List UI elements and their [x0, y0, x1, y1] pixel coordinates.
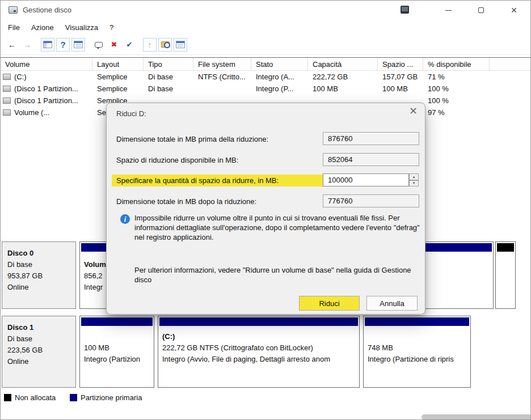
- column-header-stato[interactable]: Stato: [251, 58, 308, 70]
- cell-volume: (Disco 1 Partizion...: [14, 96, 78, 105]
- menu-azione[interactable]: Azione: [26, 21, 60, 34]
- partition-size: 100 MB: [84, 342, 154, 354]
- disk-size: 223,56 GB: [7, 345, 75, 356]
- partition-status: Integro (Partizione di ripris: [368, 354, 470, 365]
- info-icon: i: [120, 214, 130, 224]
- cell-capacita: 222,72 GB: [308, 73, 378, 81]
- minimize-icon: [445, 10, 452, 11]
- partition-status: Integro (Avvio, File di paging, Dettagli…: [162, 354, 359, 365]
- available-space-field: 852064: [323, 153, 419, 166]
- column-header-spazio[interactable]: Spazio ...: [378, 58, 423, 70]
- title-bar: Gestione disco ×: [1, 1, 530, 20]
- menu-visualizza[interactable]: Visualizza: [60, 21, 104, 34]
- commit-icon[interactable]: ✔: [123, 38, 136, 52]
- label-amount-to-shrink: Specificare la quantità di spazio da rid…: [116, 176, 279, 185]
- column-header-filler: [490, 58, 530, 70]
- console-tree-glyph: [43, 41, 52, 48]
- folder-search-icon[interactable]: [158, 38, 172, 52]
- menu-file[interactable]: File: [2, 21, 26, 34]
- app-icon: [9, 6, 18, 14]
- close-button[interactable]: ×: [498, 1, 530, 20]
- disk1-partition-c[interactable]: (C:) 222,72 GB NTFS (Crittografato con B…: [158, 316, 360, 388]
- info-text: Impossibile ridurre un volume oltre il p…: [134, 213, 421, 242]
- cancel-button[interactable]: Annulla: [366, 296, 418, 311]
- partition-name: [368, 331, 470, 342]
- disk1-partition-recovery[interactable]: 748 MB Integro (Partizione di ripris: [363, 316, 471, 388]
- partition-size: 748 MB: [368, 342, 470, 354]
- spinner-down-icon[interactable]: ▼: [409, 180, 419, 187]
- disk1-partition-system[interactable]: 100 MB Integro (Partizion: [79, 316, 154, 388]
- disk-name: Disco 1: [7, 322, 75, 333]
- size-after-field: 776760: [323, 194, 419, 207]
- legend-label-unallocated: Non allocata: [15, 393, 56, 402]
- primary-partition-stripe: [81, 317, 153, 326]
- cell-disponibile: 71 %: [423, 73, 490, 81]
- cell-disponibile: 100 %: [423, 96, 490, 105]
- up-level-icon[interactable]: ↑: [143, 38, 157, 52]
- partition-status: Integro (Partizion: [84, 354, 154, 365]
- column-header-volume[interactable]: Volume: [1, 58, 92, 70]
- shrink-dialog: Riduci D: ✕ Dimensione totale in MB prim…: [106, 103, 425, 315]
- volume-icon: [3, 97, 11, 104]
- disk-type: Di base: [7, 333, 75, 345]
- shrink-button[interactable]: Riduci: [299, 296, 360, 311]
- cell-filesystem: NTFS (Critto...: [193, 73, 251, 81]
- maximize-icon: [478, 7, 484, 13]
- cell-spazio: 100 MB: [378, 84, 423, 93]
- cell-stato: Integro (P...: [251, 84, 308, 93]
- partition-size: 222,72 GB NTFS (Crittografato con BitLoc…: [162, 342, 359, 354]
- disk-size: 953,87 GB: [7, 270, 75, 282]
- column-header-tipo[interactable]: Tipo: [144, 58, 193, 70]
- window-list-glyph: [176, 41, 185, 48]
- cell-layout: Semplice: [92, 73, 144, 81]
- cell-tipo: Di base: [144, 73, 193, 81]
- close-icon: ×: [511, 5, 517, 15]
- comment-icon[interactable]: [92, 38, 106, 52]
- disk1-panel[interactable]: Disco 1 Di base 223,56 GB Online: [2, 316, 76, 388]
- menu-bar: File Azione Visualizza ?: [1, 20, 530, 35]
- shrink-amount-input[interactable]: 100000: [323, 173, 409, 186]
- disk-management-window: Gestione disco × File Azione Visualizza …: [0, 0, 531, 420]
- window-controls: ×: [432, 1, 530, 20]
- menu-help[interactable]: ?: [104, 21, 119, 34]
- list-view-glyph: [74, 41, 83, 48]
- shrink-amount-stepper: ▲ ▼: [409, 173, 419, 186]
- cell-disponibile: 97 %: [423, 108, 490, 117]
- forward-arrow-icon[interactable]: →: [20, 38, 34, 52]
- minimize-button[interactable]: [432, 1, 465, 20]
- back-arrow-icon[interactable]: ←: [5, 38, 19, 52]
- disk-name: Disco 0: [7, 248, 75, 259]
- spinner-up-icon[interactable]: ▲: [409, 173, 419, 180]
- partition-name: (C:): [162, 331, 359, 342]
- size-before-field: 876760: [323, 132, 419, 145]
- toolbar: ← → ? ✖ ✔ ↑: [1, 35, 530, 55]
- column-header-capacita[interactable]: Capacità: [308, 58, 378, 70]
- scrollbar-thumb[interactable]: [422, 414, 531, 420]
- disk0-unallocated-block[interactable]: [495, 241, 516, 309]
- window-list-icon[interactable]: [174, 38, 187, 52]
- column-header-filesystem[interactable]: File system: [193, 58, 251, 70]
- primary-partition-swatch: [70, 394, 77, 401]
- column-header-layout[interactable]: Layout: [92, 58, 144, 70]
- volume-list-header: Volume Layout Tipo File system Stato Cap…: [1, 58, 530, 71]
- disk0-panel[interactable]: Disco 0 Di base 953,87 GB Online: [2, 241, 76, 309]
- delete-icon[interactable]: ✖: [107, 38, 121, 52]
- table-row[interactable]: (Disco 1 Partizion... Semplice Di base I…: [1, 83, 530, 95]
- primary-partition-stripe: [365, 317, 469, 326]
- cell-volume: (C:): [14, 73, 27, 81]
- table-row[interactable]: (C:) Semplice Di base NTFS (Critto... In…: [1, 71, 530, 83]
- partition-name: [84, 331, 154, 342]
- cell-layout: Semplice: [92, 84, 144, 93]
- console-tree-icon[interactable]: [41, 38, 54, 52]
- dialog-close-icon[interactable]: ✕: [409, 106, 418, 116]
- cell-disponibile: 100 %: [423, 84, 490, 93]
- disk-status: Online: [7, 356, 75, 367]
- list-view-icon[interactable]: [71, 38, 85, 52]
- window-title: Gestione disco: [23, 6, 71, 14]
- help-icon[interactable]: ?: [56, 38, 70, 52]
- maximize-button[interactable]: [465, 1, 498, 20]
- volume-icon: [3, 74, 11, 80]
- legend: Non allocata Partizione primaria: [1, 391, 530, 405]
- label-available-space: Spazio di riduzione disponibile in MB:: [116, 156, 238, 164]
- column-header-disponibile[interactable]: % disponibile: [423, 58, 490, 70]
